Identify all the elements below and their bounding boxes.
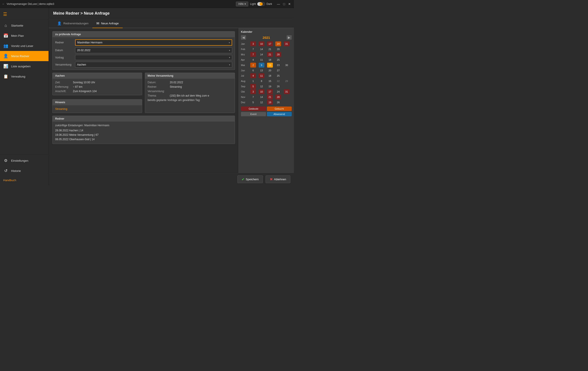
hamburger-menu[interactable]: ☰ [3, 12, 7, 17]
calendar-day[interactable]: 8 [259, 79, 264, 84]
hinweis-section: Hinweis Streaming [52, 99, 142, 113]
calendar-day[interactable]: 18 [267, 73, 273, 78]
calendar-day[interactable]: 3 [250, 89, 256, 94]
calendar-next-button[interactable]: ▶ [287, 35, 292, 40]
calendar-day[interactable]: 3 [250, 42, 256, 46]
calendar-day[interactable]: 18 [267, 57, 273, 62]
calendar-day[interactable]: 12 [259, 84, 264, 89]
datum-select[interactable]: 20.02.2022 ▾ [75, 47, 232, 53]
calendar-day[interactable]: 2 [250, 63, 256, 68]
calendar-day[interactable]: 21 [267, 95, 273, 99]
theme-switch[interactable] [257, 2, 265, 6]
calendar-day[interactable]: 31 [284, 89, 289, 94]
calendar-day[interactable]: 31 [284, 42, 289, 46]
mv-thema-value: (192) Bin ich auf dem Weg zum e [170, 94, 209, 97]
maximize-button[interactable]: □ [282, 2, 286, 6]
calendar-day[interactable]: 10 [259, 89, 264, 94]
calendar-day[interactable]: 28 [275, 47, 281, 52]
handbuch-link[interactable]: Handbuch [0, 176, 49, 184]
calendar-day[interactable]: 15 [267, 79, 273, 84]
calendar-day[interactable]: 4 [250, 73, 256, 78]
calendar-day[interactable]: 10 [259, 42, 264, 46]
calendar-day[interactable]: 14 [259, 95, 264, 99]
save-button[interactable]: ✔ Speichern [237, 175, 263, 183]
dark-label: Dark [266, 2, 272, 6]
calendar-day[interactable]: 19 [267, 100, 273, 105]
calendar-day[interactable]: 25 [275, 57, 281, 62]
calendar-day[interactable]: 11 [259, 73, 264, 78]
vortrag-label: Vortrag [55, 56, 75, 59]
sidebar-item-meine-redner[interactable]: 👤 Meine Redner [0, 51, 49, 61]
vortrag-select[interactable]: ▾ [75, 55, 232, 60]
sidebar-item-startseite[interactable]: ⌂ Startseite [0, 21, 49, 31]
sidebar-label-meine-redner: Meine Redner [11, 54, 29, 58]
calendar-day[interactable]: 29 [284, 79, 289, 84]
datum-dropdown-arrow: ▾ [229, 49, 230, 52]
calendar-day[interactable]: 4 [250, 57, 256, 62]
sidebar-item-historie[interactable]: ↺ Historie [0, 166, 49, 176]
calendar-day[interactable]: 28 [275, 52, 281, 57]
gear-icon: ⚙ [3, 158, 8, 163]
calendar-day[interactable]: 1 [250, 79, 256, 84]
versammlung-select[interactable]: Aachen ▾ [75, 62, 232, 68]
tab-neue-anfrage[interactable]: ✉ Neue Anfrage [92, 19, 123, 28]
calendar-month-label: Feb [241, 47, 250, 52]
aachen-anschrift-row: Anschrift: Zum Königreich 104 [55, 90, 139, 93]
calendar-day[interactable]: 21 [267, 52, 273, 57]
calendar-day[interactable]: 17 [267, 42, 273, 46]
calendar-day[interactable]: 14 [259, 52, 264, 57]
calendar-day[interactable]: 17 [267, 89, 273, 94]
aachen-anschrift-label: Anschrift: [55, 90, 73, 93]
back-arrow[interactable]: ← [2, 2, 5, 6]
calendar-day[interactable]: 7 [250, 47, 256, 52]
calendar-day[interactable]: 11 [259, 57, 264, 62]
calendar-day[interactable]: 24 [275, 89, 281, 94]
calendar-day-empty [284, 68, 289, 73]
calendar-day[interactable]: 23 [275, 63, 281, 68]
x-icon: ✖ [270, 177, 273, 181]
redner-label: Redner [55, 41, 75, 44]
calendar-day[interactable]: 5 [250, 84, 256, 89]
calendar-day[interactable]: 26 [275, 84, 281, 89]
calendar-day[interactable]: 20 [267, 68, 273, 73]
close-button[interactable]: ✕ [287, 2, 292, 6]
calendar-day[interactable]: 28 [275, 95, 281, 99]
window-controls: — □ ✕ [276, 2, 292, 6]
form-panel: zu prüfende Anfrage Redner Maximilian He… [49, 28, 239, 173]
calendar-day[interactable]: 16 [267, 63, 273, 68]
calendar-day[interactable]: 27 [275, 68, 281, 73]
calendar-day[interactable]: 24 [275, 42, 281, 46]
reject-button[interactable]: ✖ Ablehnen [265, 175, 290, 183]
anfrage-section-body: Redner Maximilian Herrmann ▾ Datum 20.02… [52, 37, 235, 70]
calendar-day[interactable]: 5 [250, 100, 256, 105]
calendar-day[interactable]: 9 [259, 63, 264, 68]
calendar-day[interactable]: 19 [267, 84, 273, 89]
minimize-button[interactable]: — [276, 2, 281, 6]
sidebar-item-vorsitz[interactable]: 👥 Vorsitz und Leser [0, 41, 49, 51]
calendar-day[interactable]: 7 [250, 95, 256, 99]
calendar-panel: Kalender ◀ 2021 ▶ Jan310172431Feb7142128… [239, 28, 294, 173]
redner-select[interactable]: Maximilian Herrmann ▾ [75, 39, 232, 46]
calendar-day[interactable]: 21 [267, 47, 273, 52]
calendar-day[interactable]: 7 [250, 52, 256, 57]
calendar-prev-button[interactable]: ◀ [241, 35, 246, 40]
sidebar-item-verwaltung[interactable]: 📋 Verwaltung [0, 71, 49, 82]
calendar-day[interactable]: 25 [275, 73, 281, 78]
calendar-day[interactable]: 12 [259, 100, 264, 105]
calendar-day[interactable]: 6 [250, 68, 256, 73]
tab-rednereinladungen[interactable]: 👤 Rednereinladungen [53, 19, 92, 28]
reject-label: Ablehnen [274, 178, 286, 181]
calendar-day[interactable]: 13 [259, 68, 264, 73]
sidebar-bottom: ⚙ Einstellungen ↺ Historie Handbuch [0, 155, 49, 185]
calendar-day[interactable]: 14 [259, 47, 264, 52]
calendar-day[interactable]: 30 [284, 63, 289, 68]
sidebar-item-mein-plan[interactable]: 📅 Mein Plan [0, 31, 49, 41]
sidebar-item-liste-ausgeben[interactable]: 📊 Liste ausgeben [0, 61, 49, 71]
neue-anfrage-icon: ✉ [96, 21, 99, 25]
redner-dropdown-arrow: ▾ [229, 42, 230, 44]
sidebar-item-einstellungen[interactable]: ⚙ Einstellungen [0, 156, 49, 166]
calendar-day[interactable]: 22 [275, 79, 281, 84]
hilfe-button[interactable]: Hilfe ▾ [236, 1, 248, 6]
calendar-day[interactable]: 26 [275, 100, 281, 105]
calendar-month-label: Aug [241, 79, 250, 84]
